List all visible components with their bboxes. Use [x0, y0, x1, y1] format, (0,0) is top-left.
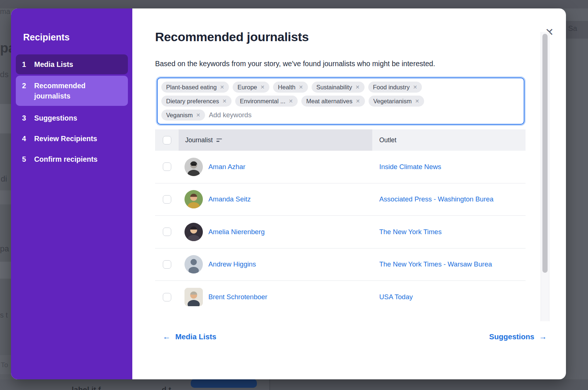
- journalist-avatar: [184, 223, 203, 241]
- background-text-fragment: label it f: [72, 385, 101, 390]
- step-number: 2: [22, 80, 29, 101]
- remove-keyword-icon[interactable]: ✕: [222, 98, 227, 104]
- back-link-media-lists[interactable]: ← Media Lists: [163, 332, 216, 341]
- remove-keyword-icon[interactable]: ✕: [261, 84, 265, 90]
- keyword-chip-label: Veganism: [166, 112, 193, 119]
- keyword-chip: Food industry✕: [368, 82, 422, 93]
- sidebar-step-review-recipients[interactable]: 4Review Recipients: [16, 129, 128, 149]
- step-label: Recommended journalists: [34, 80, 122, 101]
- outlet-link[interactable]: Associated Press - Washington Burea: [379, 195, 494, 203]
- select-all-cell: [155, 129, 179, 151]
- step-label: Suggestions: [34, 113, 77, 123]
- screen: ma pa ds di pa s t To Sa label it f d t …: [0, 0, 588, 390]
- background-text-fragment: pa: [0, 244, 9, 254]
- dimmed-page-bottom-panel: [269, 379, 588, 390]
- journalist-name-link[interactable]: Andrew Higgins: [208, 260, 256, 268]
- left-arrow-icon: ←: [163, 332, 171, 341]
- background-text-fragment: ds: [0, 70, 8, 79]
- keyword-chip-label: Health: [278, 84, 295, 91]
- dimmed-page-band: [0, 104, 11, 133]
- modal-scrollbar-thumb[interactable]: [542, 34, 548, 273]
- next-link-label: Suggestions: [489, 332, 534, 341]
- remove-keyword-icon[interactable]: ✕: [299, 84, 303, 90]
- journalist-row[interactable]: Amanda SeitzAssociated Press - Washingto…: [155, 183, 526, 216]
- remove-keyword-icon[interactable]: ✕: [415, 98, 419, 104]
- keyword-chip: Europe✕: [233, 82, 269, 93]
- row-checkbox[interactable]: [163, 162, 171, 171]
- journalist-row[interactable]: Brent SchrotenboerUSA Today: [155, 281, 526, 314]
- outlet-link[interactable]: Inside Climate News: [379, 163, 441, 171]
- journalist-name-link[interactable]: Amelia Nierenberg: [208, 228, 265, 236]
- remove-keyword-icon[interactable]: ✕: [196, 112, 200, 118]
- keyword-chip-label: Europe: [237, 84, 257, 91]
- background-text-fragment: di: [1, 174, 7, 184]
- back-link-label: Media Lists: [175, 332, 216, 341]
- journalist-name-link[interactable]: Aman Azhar: [208, 163, 245, 171]
- journalist-column-header[interactable]: Journalist: [179, 129, 372, 151]
- outlet-link[interactable]: The New York Times: [379, 228, 442, 236]
- dimmed-page-band: [0, 190, 11, 204]
- outlet-link[interactable]: The New York Times - Warsaw Burea: [379, 260, 492, 268]
- remove-keyword-icon[interactable]: ✕: [356, 98, 360, 104]
- sidebar-step-confirm-recipients[interactable]: 5Confirm recipients: [16, 149, 128, 169]
- keyword-chip-label: Environmental ...: [240, 98, 286, 105]
- journalist-avatar: [184, 158, 203, 176]
- outlet-link[interactable]: USA Today: [379, 293, 413, 301]
- remove-keyword-icon[interactable]: ✕: [220, 84, 225, 90]
- sort-descending-icon: [216, 139, 222, 142]
- keyword-chip-row: Dietary preferences✕Environmental ...✕Me…: [161, 96, 520, 107]
- row-checkbox[interactable]: [163, 228, 171, 236]
- sidebar-title: Recipients: [23, 32, 69, 43]
- journalist-avatar: [184, 190, 203, 208]
- journalist-name-link[interactable]: Brent Schrotenboer: [208, 293, 267, 301]
- sidebar-step-media-lists[interactable]: 1Media Lists: [16, 54, 128, 74]
- journalist-column-label: Journalist: [185, 136, 213, 144]
- journalist-row[interactable]: Aman AzharInside Climate News: [155, 151, 526, 183]
- step-number: 3: [22, 113, 29, 123]
- row-checkbox[interactable]: [163, 293, 171, 301]
- next-link-suggestions[interactable]: Suggestions →: [489, 332, 547, 341]
- keyword-chip-row: Plant-based eating✕Europe✕Health✕Sustain…: [161, 82, 520, 93]
- recommended-journalists-modal: Recipients 1Media Lists2Recommended jour…: [11, 8, 566, 379]
- step-label: Confirm recipients: [34, 154, 97, 164]
- step-label: Media Lists: [34, 59, 73, 69]
- add-keywords-input[interactable]: [209, 111, 520, 119]
- keyword-chip-label: Sustainability: [316, 84, 352, 91]
- background-text-fragment: d t: [162, 385, 171, 390]
- remove-keyword-icon[interactable]: ✕: [413, 84, 417, 90]
- journalist-name-link[interactable]: Amanda Seitz: [208, 195, 251, 203]
- dimmed-page-top-strip: [0, 0, 588, 8]
- row-checkbox[interactable]: [163, 260, 171, 269]
- dimmed-page-band: [0, 262, 11, 279]
- keyword-chip: Sustainability✕: [312, 82, 365, 93]
- remove-keyword-icon[interactable]: ✕: [355, 84, 360, 90]
- modal-scrollbar-track[interactable]: [541, 32, 549, 321]
- modal-title: Recommended journalists: [155, 30, 309, 44]
- outlet-column-header: Outlet: [372, 129, 526, 151]
- background-text-fragment: s t: [0, 311, 8, 319]
- journalist-row[interactable]: Amelia NierenbergThe New York Times: [155, 216, 526, 248]
- sidebar-step-suggestions[interactable]: 3Suggestions: [16, 108, 128, 128]
- keyword-chip: Meat alternatives✕: [301, 96, 365, 107]
- keywords-input-box[interactable]: Plant-based eating✕Europe✕Health✕Sustain…: [157, 78, 524, 125]
- step-label: Review Recipients: [34, 133, 97, 144]
- background-text-fragment: Sa: [568, 24, 577, 33]
- sidebar-steps: 1Media Lists2Recommended journalists3Sug…: [16, 54, 128, 170]
- step-number: 1: [22, 59, 29, 69]
- right-arrow-icon: →: [539, 332, 547, 341]
- recipients-step-sidebar: Recipients 1Media Lists2Recommended jour…: [11, 8, 132, 379]
- background-text-fragment: ma: [0, 7, 10, 16]
- journalist-row[interactable]: Andrew HigginsThe New York Times - Warsa…: [155, 248, 526, 281]
- remove-keyword-icon[interactable]: ✕: [289, 98, 293, 104]
- sidebar-step-recommended-journalists[interactable]: 2Recommended journalists: [16, 76, 128, 106]
- keyword-chip-label: Plant-based eating: [166, 84, 217, 91]
- journalist-avatar: [184, 255, 203, 273]
- table-header: Journalist Outlet: [155, 129, 526, 151]
- row-checkbox[interactable]: [163, 195, 171, 204]
- outlet-column-label: Outlet: [379, 136, 397, 144]
- keyword-chip-label: Dietary preferences: [166, 98, 219, 105]
- obscured-primary-button: [191, 379, 257, 388]
- select-all-checkbox[interactable]: [163, 136, 171, 144]
- keyword-chip: Plant-based eating✕: [161, 82, 229, 93]
- keyword-chip: Vegetarianism✕: [369, 96, 424, 107]
